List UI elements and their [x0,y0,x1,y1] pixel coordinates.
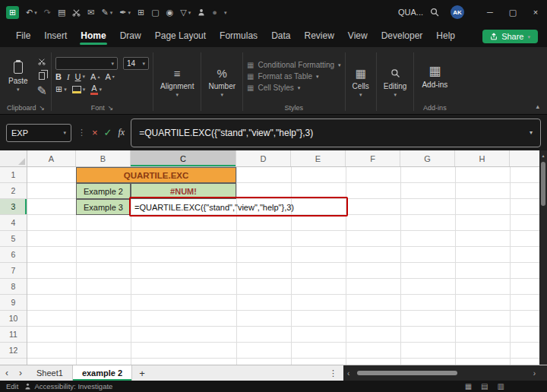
paste-button[interactable]: Paste ▾ [5,58,32,93]
clipboard-history-icon[interactable]: ▤ [58,8,65,17]
tab-file[interactable]: File [9,27,37,47]
column-header-a[interactable]: A [27,150,76,166]
scroll-up-icon[interactable]: ▴ [542,153,544,158]
collapse-ribbon-button[interactable]: ▴ [536,103,539,110]
row-header-4[interactable]: 4 [0,215,27,231]
font-name-dropdown[interactable]: ▾ [55,57,118,70]
cells-group-button[interactable]: ▦ Cells ▾ [346,49,375,114]
row-header-7[interactable]: 7 [0,263,27,279]
filter-button[interactable]: ▽▾ [180,8,191,17]
formula-input[interactable]: =QUARTILE.EXC({"stand","view","help"},3)… [131,119,541,147]
scroll-right-icon[interactable]: › [533,369,536,378]
confirm-entry-button[interactable]: ✓ [104,127,112,138]
cut-button[interactable] [38,55,46,68]
sheet-nav-right[interactable]: › [14,365,27,381]
mail-icon[interactable]: ✉ [87,8,94,17]
addins-button[interactable]: ▦ Add-ins [418,62,451,90]
copy-button[interactable] [39,72,45,80]
sheet-options-icon[interactable]: ⋮ [323,365,343,381]
row-header-8[interactable]: 8 [0,279,27,295]
horizontal-scroll-thumb[interactable] [357,371,457,375]
format-painter-button[interactable]: ✎ [37,84,47,98]
vertical-scroll-thumb[interactable] [541,162,545,206]
grid-body[interactable]: QUARTILE.EXC Example 2 #NUM! Example 3 =… [27,167,539,365]
undo-button[interactable]: ↶▾ [26,8,37,17]
formula-bar-handle[interactable]: ⋮ [77,128,86,138]
cell-b3[interactable]: Example 3 [76,199,131,215]
minimize-button[interactable]: ─ [479,0,501,24]
table-icon[interactable]: ⊞ [138,8,144,17]
name-box[interactable]: EXP▾ [6,124,71,142]
dialog-launcher-icon[interactable]: ↘ [39,104,45,112]
cut-icon[interactable] [72,8,81,17]
insert-function-button[interactable]: fx [119,127,125,138]
cancel-entry-button[interactable]: × [92,127,98,138]
sheet-tab-sheet1[interactable]: Sheet1 [27,365,73,381]
dialog-launcher-icon[interactable]: ↘ [108,104,114,112]
conditional-formatting-button[interactable]: ▦Conditional Formatting▾ [247,61,341,69]
format-as-table-button[interactable]: ▦Format as Table▾ [247,72,341,81]
ink-button[interactable]: ✒▾ [119,8,131,17]
font-size-dropdown[interactable]: 14▾ [123,57,149,70]
italic-button[interactable]: I [67,72,70,81]
excel-app-icon[interactable]: ⊞ [6,6,19,19]
row-header-6[interactable]: 6 [0,247,27,263]
number-group-button[interactable]: % Number ▾ [202,49,242,114]
tab-formulas[interactable]: Formulas [213,27,264,47]
person-icon[interactable] [198,8,205,16]
row-header-3[interactable]: 3 [0,199,27,215]
camera-icon[interactable]: ◉ [166,8,174,17]
row-header-12[interactable]: 12 [0,343,27,359]
editing-group-button[interactable]: Editing ▾ [378,49,413,114]
vertical-scrollbar[interactable]: ▴ [539,150,547,365]
scroll-left-icon[interactable]: ‹ [347,369,349,378]
column-header-c[interactable]: C [131,150,236,166]
column-header-d[interactable]: D [236,150,291,166]
fill-color-button[interactable]: ▾ [72,86,86,93]
redo-button[interactable]: ↷ [44,8,51,17]
horizontal-scrollbar[interactable]: ‹ › [343,365,539,381]
tab-page-layout[interactable]: Page Layout [148,27,213,47]
row-header-11[interactable]: 11 [0,327,27,343]
tab-help[interactable]: Help [429,27,462,47]
new-sheet-button[interactable]: + [132,365,152,381]
cell-b2[interactable]: Example 2 [76,183,131,199]
tab-insert[interactable]: Insert [37,27,74,47]
tab-data[interactable]: Data [264,27,297,47]
borders-button[interactable]: ⊞▾ [55,84,67,94]
column-header-f[interactable]: F [346,150,400,166]
shape-icon[interactable]: ▢ [151,8,159,17]
row-header-1[interactable]: 1 [0,167,27,183]
font-color-button[interactable]: A▾ [90,84,102,95]
shrink-font-button[interactable]: A▾ [105,72,114,81]
tab-home[interactable]: Home [74,27,112,47]
accessibility-status[interactable]: Accessibility: Investigate [24,382,112,390]
expand-formula-bar-icon[interactable]: ▾ [530,129,533,136]
tab-draw[interactable]: Draw [113,27,148,47]
row-header-10[interactable]: 10 [0,311,27,327]
row-header-5[interactable]: 5 [0,231,27,247]
tab-review[interactable]: Review [297,27,340,47]
record-icon[interactable]: ● [212,8,217,17]
search-icon[interactable] [430,8,439,17]
tab-developer[interactable]: Developer [375,27,430,47]
column-header-g[interactable]: G [400,150,455,166]
column-header-b[interactable]: B [76,150,131,166]
maximize-button[interactable]: ▢ [501,0,524,24]
normal-view-icon[interactable]: ▦ [465,382,472,390]
page-break-view-icon[interactable]: ▥ [498,382,504,390]
row-header-2[interactable]: 2 [0,183,27,199]
tab-view[interactable]: View [341,27,375,47]
page-layout-view-icon[interactable]: ▤ [481,382,488,390]
cell-styles-button[interactable]: ▦Cell Styles▾ [247,84,341,92]
column-header-h[interactable]: H [455,150,510,166]
select-all-corner[interactable] [0,150,27,166]
toolbar-overflow-button[interactable]: ▾ [224,10,227,15]
column-header-e[interactable]: E [291,150,346,166]
row-header-9[interactable]: 9 [0,295,27,311]
cell-mode-indicator[interactable]: Edit [6,382,18,390]
share-button[interactable]: Share ▾ [482,30,538,43]
close-button[interactable]: × [524,0,547,24]
underline-button[interactable]: U▾ [75,72,85,81]
cell-b1-title[interactable]: QUARTILE.EXC [76,167,236,183]
